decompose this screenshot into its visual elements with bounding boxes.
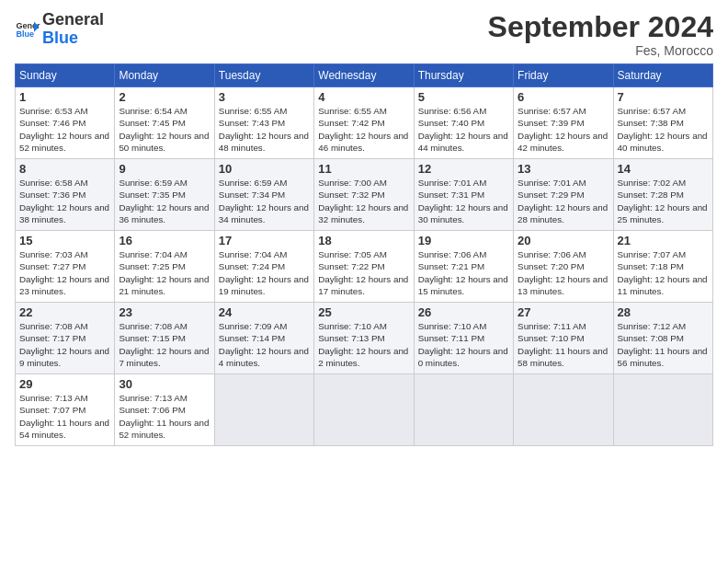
header-friday: Friday [514,64,613,87]
table-row: 28Sunrise: 7:12 AMSunset: 7:08 PMDayligh… [613,303,712,374]
cell-content: Sunrise: 6:58 AMSunset: 7:36 PMDaylight:… [19,177,110,225]
cell-content: Sunrise: 6:55 AMSunset: 7:43 PMDaylight:… [219,105,310,154]
table-row: 26Sunrise: 7:10 AMSunset: 7:11 PMDayligh… [414,303,513,374]
table-row [613,374,712,446]
cell-content: Sunrise: 6:56 AMSunset: 7:40 PMDaylight:… [418,105,509,154]
cell-content: Sunrise: 7:13 AMSunset: 7:07 PMDaylight:… [19,392,110,441]
day-number: 24 [219,305,310,319]
calendar-body: 1Sunrise: 6:53 AMSunset: 7:46 PMDaylight… [16,87,713,446]
cell-content: Sunrise: 7:08 AMSunset: 7:17 PMDaylight:… [19,320,110,369]
day-number: 18 [318,234,409,247]
cell-content: Sunrise: 6:59 AMSunset: 7:35 PMDaylight:… [119,177,210,225]
table-row: 30Sunrise: 7:13 AMSunset: 7:06 PMDayligh… [115,374,214,446]
cell-content: Sunrise: 7:01 AMSunset: 7:29 PMDaylight:… [518,177,609,225]
day-number: 15 [19,234,110,247]
table-row [314,374,414,446]
calendar-header-row: Sunday Monday Tuesday Wednesday Thursday… [16,64,713,87]
table-row: 7Sunrise: 6:57 AMSunset: 7:38 PMDaylight… [613,87,712,159]
day-number: 29 [19,377,110,391]
table-row: 17Sunrise: 7:04 AMSunset: 7:24 PMDayligh… [214,231,313,303]
cell-content: Sunrise: 7:11 AMSunset: 7:10 PMDaylight:… [518,320,609,369]
table-row: 16Sunrise: 7:04 AMSunset: 7:25 PMDayligh… [115,231,214,303]
table-row: 22Sunrise: 7:08 AMSunset: 7:17 PMDayligh… [16,303,115,374]
cell-content: Sunrise: 7:06 AMSunset: 7:20 PMDaylight:… [518,248,609,297]
header-sunday: Sunday [16,64,115,87]
cell-content: Sunrise: 6:54 AMSunset: 7:45 PMDaylight:… [119,105,210,154]
header-saturday: Saturday [613,64,712,87]
cell-content: Sunrise: 6:57 AMSunset: 7:39 PMDaylight:… [518,105,609,154]
day-number: 9 [119,162,210,176]
header-monday: Monday [115,64,214,87]
title-area: September 2024 Fes, Morocco [488,11,713,58]
cell-content: Sunrise: 6:57 AMSunset: 7:38 PMDaylight:… [618,105,709,154]
table-row: 21Sunrise: 7:07 AMSunset: 7:18 PMDayligh… [613,231,712,303]
day-number: 21 [618,234,709,247]
calendar-week-row: 8Sunrise: 6:58 AMSunset: 7:36 PMDaylight… [16,159,713,231]
location: Fes, Morocco [488,43,713,58]
cell-content: Sunrise: 7:06 AMSunset: 7:21 PMDaylight:… [418,248,509,297]
header-thursday: Thursday [414,64,513,87]
calendar-table: Sunday Monday Tuesday Wednesday Thursday… [15,63,713,446]
table-row: 27Sunrise: 7:11 AMSunset: 7:10 PMDayligh… [514,303,613,374]
table-row: 6Sunrise: 6:57 AMSunset: 7:39 PMDaylight… [514,87,613,159]
main-container: General Blue General Blue September 2024… [0,0,728,454]
table-row: 19Sunrise: 7:06 AMSunset: 7:21 PMDayligh… [414,231,513,303]
table-row [414,374,513,446]
calendar-week-row: 29Sunrise: 7:13 AMSunset: 7:07 PMDayligh… [16,374,713,446]
cell-content: Sunrise: 6:53 AMSunset: 7:46 PMDaylight:… [19,105,110,154]
day-number: 22 [19,305,110,319]
cell-content: Sunrise: 7:04 AMSunset: 7:25 PMDaylight:… [119,248,210,297]
day-number: 5 [418,90,509,104]
table-row: 18Sunrise: 7:05 AMSunset: 7:22 PMDayligh… [314,231,414,303]
logo: General Blue General Blue [15,11,104,48]
table-row: 5Sunrise: 6:56 AMSunset: 7:40 PMDaylight… [414,87,513,159]
cell-content: Sunrise: 7:10 AMSunset: 7:13 PMDaylight:… [318,320,409,369]
calendar-week-row: 22Sunrise: 7:08 AMSunset: 7:17 PMDayligh… [16,303,713,374]
cell-content: Sunrise: 7:03 AMSunset: 7:27 PMDaylight:… [19,248,110,297]
cell-content: Sunrise: 7:01 AMSunset: 7:31 PMDaylight:… [418,177,509,225]
table-row: 13Sunrise: 7:01 AMSunset: 7:29 PMDayligh… [514,159,613,231]
cell-content: Sunrise: 7:10 AMSunset: 7:11 PMDaylight:… [418,320,509,369]
day-number: 3 [219,90,310,104]
svg-text:Blue: Blue [16,29,34,39]
day-number: 23 [119,305,210,319]
table-row: 20Sunrise: 7:06 AMSunset: 7:20 PMDayligh… [514,231,613,303]
header-tuesday: Tuesday [214,64,313,87]
header-wednesday: Wednesday [314,64,414,87]
day-number: 12 [418,162,509,176]
table-row: 29Sunrise: 7:13 AMSunset: 7:07 PMDayligh… [16,374,115,446]
table-row: 2Sunrise: 6:54 AMSunset: 7:45 PMDaylight… [115,87,214,159]
month-title: September 2024 [488,11,713,43]
table-row: 9Sunrise: 6:59 AMSunset: 7:35 PMDaylight… [115,159,214,231]
day-number: 25 [318,305,409,319]
cell-content: Sunrise: 6:55 AMSunset: 7:42 PMDaylight:… [318,105,409,154]
day-number: 17 [219,234,310,247]
day-number: 6 [518,90,609,104]
logo-icon: General Blue [15,17,40,42]
cell-content: Sunrise: 7:02 AMSunset: 7:28 PMDaylight:… [618,177,709,225]
day-number: 10 [219,162,310,176]
table-row: 10Sunrise: 6:59 AMSunset: 7:34 PMDayligh… [214,159,313,231]
day-number: 28 [618,305,709,319]
table-row: 1Sunrise: 6:53 AMSunset: 7:46 PMDaylight… [16,87,115,159]
cell-content: Sunrise: 7:12 AMSunset: 7:08 PMDaylight:… [618,320,709,369]
table-row [214,374,313,446]
day-number: 30 [119,377,210,391]
table-row: 15Sunrise: 7:03 AMSunset: 7:27 PMDayligh… [16,231,115,303]
day-number: 1 [19,90,110,104]
table-row [514,374,613,446]
cell-content: Sunrise: 7:08 AMSunset: 7:15 PMDaylight:… [119,320,210,369]
day-number: 14 [618,162,709,176]
table-row: 11Sunrise: 7:00 AMSunset: 7:32 PMDayligh… [314,159,414,231]
day-number: 11 [318,162,409,176]
day-number: 2 [119,90,210,104]
day-number: 19 [418,234,509,247]
table-row: 23Sunrise: 7:08 AMSunset: 7:15 PMDayligh… [115,303,214,374]
day-number: 26 [418,305,509,319]
table-row: 24Sunrise: 7:09 AMSunset: 7:14 PMDayligh… [214,303,313,374]
day-number: 8 [19,162,110,176]
day-number: 16 [119,234,210,247]
day-number: 4 [318,90,409,104]
cell-content: Sunrise: 7:05 AMSunset: 7:22 PMDaylight:… [318,248,409,297]
cell-content: Sunrise: 6:59 AMSunset: 7:34 PMDaylight:… [219,177,310,225]
